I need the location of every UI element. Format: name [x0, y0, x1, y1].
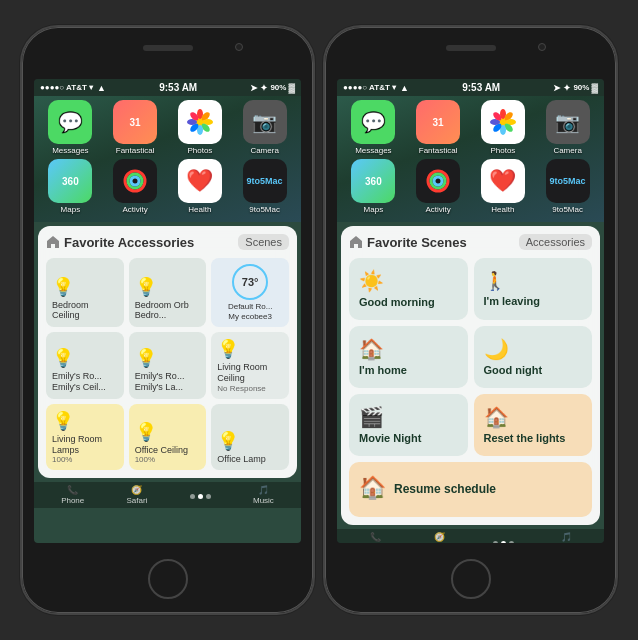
app-photos-left[interactable]: Photos — [171, 100, 229, 155]
tile-name-7: Living Room Lamps — [52, 434, 118, 456]
bulb-icon-1: 💡 — [52, 276, 118, 298]
scenes-tab-btn[interactable]: Scenes — [238, 234, 289, 250]
scene-name-morning: Good morning — [359, 296, 458, 309]
9to5mac-icon: 9to5Mac — [243, 159, 287, 203]
app-maps-right[interactable]: 360 Maps — [344, 159, 402, 214]
scenes-widget: Favorite Scenes Accessories ☀️ Good morn… — [341, 226, 600, 525]
activity-label-r: Activity — [425, 205, 450, 214]
dock-safari-left[interactable]: 🧭Safari — [127, 485, 148, 505]
app-9to5mac-right[interactable]: 9to5Mac 9to5Mac — [539, 159, 597, 214]
app-health-right[interactable]: ❤️ Health — [474, 159, 532, 214]
accessories-grid: 💡 Bedroom Ceiling 💡 Bedroom Orb Bedro...… — [46, 258, 289, 470]
rdot-3 — [509, 541, 514, 544]
status-bar-left: ●●●●○ AT&T ▾ ▲ 9:53 AM ➤ ✦ 90% ▓ — [34, 79, 301, 96]
bluetooth-icon: ✦ — [260, 83, 268, 93]
app-maps-left[interactable]: 360 Maps — [41, 159, 99, 214]
phone-right: ●●●●○ AT&T ▾ ▲ 9:53 AM ➤ ✦ 90% ▓ 💬 Messa… — [323, 25, 618, 615]
tile-living-ceiling[interactable]: 💡 Living Room Ceiling No Response — [211, 332, 289, 399]
bulb-icon-7: 💡 — [52, 410, 118, 432]
sun-icon: ☀️ — [359, 269, 458, 293]
dock-music-left[interactable]: 🎵Music — [253, 485, 274, 505]
battery-icon-left: ▓ — [288, 83, 295, 93]
bulb-icon-9: 💡 — [217, 430, 283, 452]
dot-1 — [190, 494, 195, 499]
scene-movie-night[interactable]: 🎬 Movie Night — [349, 394, 468, 456]
dock-safari-right[interactable]: 🧭Safari — [430, 532, 451, 543]
app-camera-right[interactable]: 📷 Camera — [539, 100, 597, 155]
fantastical-label-r: Fantastical — [419, 146, 458, 155]
app-activity-right[interactable]: Activity — [409, 159, 467, 214]
tile-office-ceiling[interactable]: 💡 Office Ceiling 100% — [129, 404, 207, 471]
app-health-left[interactable]: ❤️ Health — [171, 159, 229, 214]
app-messages-right[interactable]: 💬 Messages — [344, 100, 402, 155]
home-button-right[interactable] — [451, 559, 491, 599]
photos-label: Photos — [187, 146, 212, 155]
home-icon-left — [46, 235, 60, 249]
fantastical-icon-r: 31 — [416, 100, 460, 144]
app-messages-left[interactable]: 💬 Messages — [41, 100, 99, 155]
rdot-2 — [501, 541, 506, 544]
scene-name-resume: Resume schedule — [394, 482, 496, 496]
health-icon-r: ❤️ — [481, 159, 525, 203]
app-fantastical-left[interactable]: 31 Fantastical — [106, 100, 164, 155]
messages-icon: 💬 — [48, 100, 92, 144]
wallpaper-left: 💬 Messages 31 Fantastical — [34, 96, 301, 222]
battery-left: 90% — [270, 83, 286, 92]
app-activity-left[interactable]: Activity — [106, 159, 164, 214]
time-right: 9:53 AM — [462, 82, 500, 93]
maps-icon: 360 — [48, 159, 92, 203]
time-left: 9:53 AM — [159, 82, 197, 93]
scenes-grid: ☀️ Good morning 🚶 I'm leaving 🏠 I'm home — [349, 258, 592, 456]
tile-name-5: Emily's Ro...Emily's La... — [135, 371, 201, 393]
camera-icon: 📷 — [243, 100, 287, 144]
tile-office-lamp[interactable]: 💡 Office Lamp — [211, 404, 289, 471]
scene-im-home[interactable]: 🏠 I'm home — [349, 326, 468, 388]
tile-ecobee[interactable]: 73° Default Ro...My ecobee3 — [211, 258, 289, 327]
phones-container: ●●●●○ AT&T ▾ ▲ 9:53 AM ➤ ✦ 90% ▓ 💬 Messa… — [20, 25, 618, 615]
photos-icon-r — [481, 100, 525, 144]
app-9to5mac-left[interactable]: 9to5Mac 9to5Mac — [236, 159, 294, 214]
app-fantastical-right[interactable]: 31 Fantastical — [409, 100, 467, 155]
tile-emily-ceil[interactable]: 💡 Emily's Ro...Emily's Ceil... — [46, 332, 124, 399]
messages-label: Messages — [52, 146, 88, 155]
dock-dots-left — [190, 494, 211, 499]
dock-music-right[interactable]: 🎵Music — [556, 532, 577, 543]
health-icon: ❤️ — [178, 159, 222, 203]
maps-icon-r: 360 — [351, 159, 395, 203]
tile-bedroom-ceiling[interactable]: 💡 Bedroom Ceiling — [46, 258, 124, 327]
scene-good-night[interactable]: 🌙 Good night — [474, 326, 593, 388]
leaving-icon: 🚶 — [484, 270, 583, 292]
activity-icon — [113, 159, 157, 203]
home-scene-icon: 🏠 — [359, 337, 458, 361]
location-icon-r: ➤ — [553, 83, 561, 93]
app-camera-left[interactable]: 📷 Camera — [236, 100, 294, 155]
scene-resume-schedule[interactable]: 🏠 Resume schedule — [349, 462, 592, 517]
tile-emily-lamp[interactable]: 💡 Emily's Ro...Emily's La... — [129, 332, 207, 399]
dot-2 — [198, 494, 203, 499]
wallpaper-right: 💬 Messages 31 Fantastical — [337, 96, 604, 222]
rdot-1 — [493, 541, 498, 544]
speaker-right — [446, 45, 496, 51]
status-left-right: ●●●●○ AT&T ▾ ▲ — [343, 83, 409, 93]
scene-name-home: I'm home — [359, 364, 458, 377]
photos-icon — [178, 100, 222, 144]
camera-icon-r: 📷 — [546, 100, 590, 144]
app-photos-right[interactable]: Photos — [474, 100, 532, 155]
scene-im-leaving[interactable]: 🚶 I'm leaving — [474, 258, 593, 320]
svg-point-23 — [434, 177, 442, 185]
accessories-tab-btn[interactable]: Accessories — [519, 234, 592, 250]
camera-label-r: Camera — [553, 146, 581, 155]
tile-bedroom-orb[interactable]: 💡 Bedroom Orb Bedro... — [129, 258, 207, 327]
bulb-icon-4: 💡 — [52, 347, 118, 369]
scene-reset-lights[interactable]: 🏠 Reset the lights — [474, 394, 593, 456]
dock-phone-right[interactable]: 📞Phone — [364, 532, 387, 543]
reset-icon: 🏠 — [484, 405, 583, 429]
status-right-right: ➤ ✦ 90% ▓ — [553, 83, 598, 93]
scene-good-morning[interactable]: ☀️ Good morning — [349, 258, 468, 320]
tile-living-lamps[interactable]: 💡 Living Room Lamps 100% — [46, 404, 124, 471]
wifi-icon-left: ▲ — [97, 83, 106, 93]
dock-phone-left[interactable]: 📞Phone — [61, 485, 84, 505]
home-button-left[interactable] — [148, 559, 188, 599]
speaker — [143, 45, 193, 51]
health-label: Health — [188, 205, 211, 214]
